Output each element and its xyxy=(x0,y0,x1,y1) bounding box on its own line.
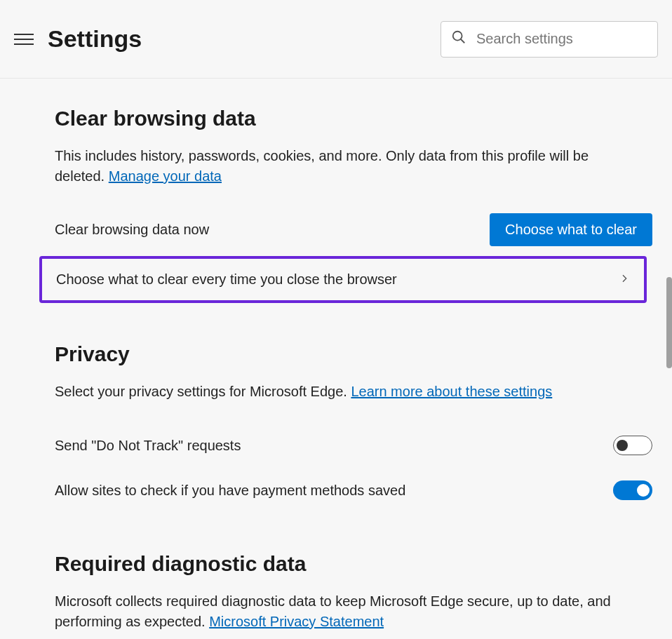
choose-on-close-row[interactable]: Choose what to clear every time you clos… xyxy=(39,256,647,303)
scrollbar-thumb[interactable] xyxy=(666,277,672,368)
clear-now-row: Clear browsing data now Choose what to c… xyxy=(55,208,652,252)
section-diagnostic: Required diagnostic data Microsoft colle… xyxy=(55,552,652,632)
manage-your-data-link[interactable]: Manage your data xyxy=(109,168,222,184)
search-box[interactable] xyxy=(441,21,658,58)
privacy-desc-text: Select your privacy settings for Microso… xyxy=(55,384,351,399)
page-title: Settings xyxy=(48,25,441,53)
privacy-statement-link[interactable]: Microsoft Privacy Statement xyxy=(209,614,384,629)
choose-on-close-label: Choose what to clear every time you clos… xyxy=(56,271,397,288)
menu-icon[interactable] xyxy=(14,29,34,49)
section-clear-browsing-data: Clear browsing data This includes histor… xyxy=(55,107,652,303)
section-title-clear-browsing: Clear browsing data xyxy=(55,107,652,130)
diagnostic-description: Microsoft collects required diagnostic d… xyxy=(55,591,623,632)
payment-label: Allow sites to check if you have payment… xyxy=(55,483,405,499)
learn-more-link[interactable]: Learn more about these settings xyxy=(351,384,552,399)
header: Settings xyxy=(0,0,672,79)
clear-browsing-description: This includes history, passwords, cookie… xyxy=(55,146,623,187)
clear-now-label: Clear browsing data now xyxy=(55,222,209,238)
dnt-toggle[interactable] xyxy=(613,436,652,455)
privacy-description: Select your privacy settings for Microso… xyxy=(55,382,623,402)
svg-line-1 xyxy=(461,39,465,43)
chevron-right-icon xyxy=(619,271,630,288)
section-title-privacy: Privacy xyxy=(55,342,652,366)
choose-what-to-clear-button[interactable]: Choose what to clear xyxy=(490,213,652,246)
section-title-diagnostic: Required diagnostic data xyxy=(55,552,652,576)
payment-row: Allow sites to check if you have payment… xyxy=(55,468,652,513)
search-icon xyxy=(451,29,466,48)
section-privacy: Privacy Select your privacy settings for… xyxy=(55,342,652,513)
payment-toggle[interactable] xyxy=(613,480,652,500)
dnt-row: Send "Do Not Track" requests xyxy=(55,423,652,468)
search-input[interactable] xyxy=(476,31,647,47)
content-area: Clear browsing data This includes histor… xyxy=(0,79,672,639)
dnt-label: Send "Do Not Track" requests xyxy=(55,438,241,454)
svg-point-0 xyxy=(453,32,462,41)
